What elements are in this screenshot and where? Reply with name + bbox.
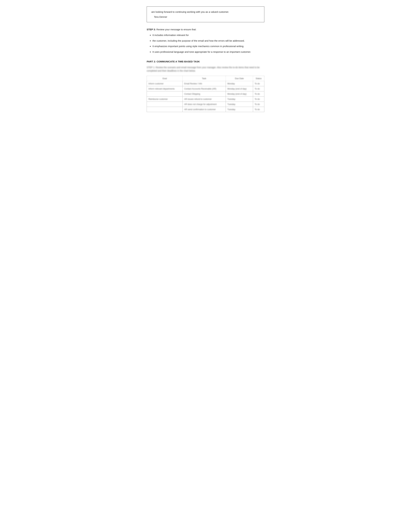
cell-date-3: Monday (end of day)	[226, 91, 253, 96]
col-header-duedate: Due Date	[226, 76, 253, 81]
table-row: AR send confirmation to customer Tuesday…	[147, 107, 264, 112]
bullet-item-4: It uses professional language and tone a…	[152, 50, 264, 54]
quoted-text: are looking forward to continuing workin…	[151, 10, 260, 13]
table-row: Reimburse customer AR issues refund to c…	[147, 96, 264, 102]
cell-goal-2: Inform relevant departments	[147, 86, 183, 91]
table-row: Inform customer Email Review / Info Mond…	[147, 81, 264, 86]
cell-task-3: Contact Shipping	[182, 91, 226, 96]
cell-goal-4: Reimburse customer	[147, 96, 183, 102]
bullet-item-1: It includes information relevant for	[152, 33, 264, 37]
cell-task-4: AR issues refund to customer	[182, 96, 226, 102]
cell-status-2: To do	[253, 86, 264, 91]
cell-date-6: Tuesday	[226, 107, 253, 112]
cell-goal-5	[147, 102, 183, 107]
col-header-task: Task	[182, 76, 226, 81]
part2-heading: PART 2: COMMUNICATE A TIME-BASED TASK	[147, 60, 264, 63]
cell-status-4: To do	[253, 96, 264, 102]
cell-date-2: Monday (end of day)	[226, 86, 253, 91]
cell-task-5: AR does not charge for adjustment	[182, 102, 226, 107]
cell-date-5: Tuesday	[226, 102, 253, 107]
step3-bullet-list: It includes information relevant for the…	[147, 33, 264, 54]
step3-label: STEP 3:	[147, 28, 156, 31]
col-header-goal: Goal	[147, 76, 183, 81]
cell-status-5: To do	[253, 102, 264, 107]
cell-date-1: Monday	[226, 81, 253, 86]
col-header-status: Status	[253, 76, 264, 81]
quoted-name: Tera Denner	[154, 16, 260, 18]
cell-goal-3	[147, 91, 183, 96]
cell-goal-6	[147, 107, 183, 112]
table-header-row: Goal Task Due Date Status	[147, 76, 264, 81]
cell-goal-1: Inform customer	[147, 81, 183, 86]
step3-intro: Review your message to ensure that:	[157, 28, 196, 31]
cell-status-1: To do	[253, 81, 264, 86]
table-row: Inform relevant departments Contact Acco…	[147, 86, 264, 91]
table-row: AR does not charge for adjustment Tuesda…	[147, 102, 264, 107]
bullet-item-2: the customer, including the purpose of t…	[152, 39, 264, 43]
table-row: Contact Shipping Monday (end of day) To …	[147, 91, 264, 96]
quoted-box: are looking forward to continuing workin…	[147, 6, 264, 22]
cell-date-4: Tuesday	[226, 96, 253, 102]
cell-task-6: AR send confirmation to customer	[182, 107, 226, 112]
step3-heading: STEP 3: Review your message to ensure th…	[147, 28, 264, 31]
task-table: Goal Task Due Date Status Inform custome…	[147, 76, 264, 112]
step3-section: STEP 3: Review your message to ensure th…	[147, 28, 264, 54]
cell-task-2: Contact Accounts Receivable (AR)	[182, 86, 226, 91]
part2-section: PART 2: COMMUNICATE A TIME-BASED TASK ST…	[147, 60, 264, 112]
bullet-item-3: It emphasizes important points using sty…	[152, 45, 264, 48]
part2-blurred-intro: STEP 1: Review the scenario and email me…	[147, 66, 264, 73]
cell-status-6: To do	[253, 107, 264, 112]
cell-status-3: To do	[253, 91, 264, 96]
cell-task-1: Email Review / Info	[182, 81, 226, 86]
